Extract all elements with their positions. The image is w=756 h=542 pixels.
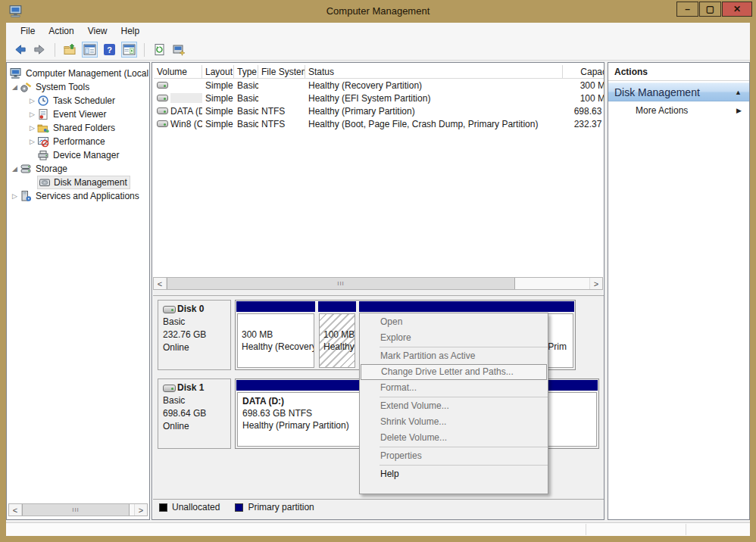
column-header-capacity[interactable]: Capacity bbox=[563, 65, 604, 78]
expand-collapse-icon[interactable]: ▷ bbox=[27, 97, 37, 104]
context-menu-item-open[interactable]: Open bbox=[360, 314, 548, 330]
disk-status: Online bbox=[163, 341, 230, 354]
volume-table-row[interactable]: DATA (D:) Simple Basic NTFS Healthy (Pri… bbox=[154, 104, 604, 117]
scrollbar-thumb[interactable]: III bbox=[22, 504, 130, 516]
partition-efi-selected[interactable]: 100 MB Healthy bbox=[317, 301, 357, 369]
scrollbar-thumb[interactable]: III bbox=[167, 278, 515, 289]
volume-status: Healthy (EFI System Partition) bbox=[305, 93, 563, 104]
storage-icon bbox=[20, 163, 32, 175]
context-menu-item-extend-volume[interactable]: Extend Volume... bbox=[360, 398, 548, 414]
expand-collapse-icon[interactable]: ◢ bbox=[10, 165, 20, 173]
tree-item-label: Disk Management bbox=[54, 177, 127, 188]
context-menu-item-help[interactable]: Help bbox=[360, 466, 548, 482]
partition-visible-text: Prim bbox=[548, 341, 567, 353]
expand-collapse-icon[interactable]: ▷ bbox=[27, 124, 37, 132]
disk-name: Disk 0 bbox=[177, 303, 204, 316]
tree-item-storage[interactable]: ◢ Storage bbox=[7, 162, 149, 176]
more-actions-item[interactable]: More Actions ▶ bbox=[608, 101, 749, 120]
expand-collapse-icon[interactable]: ▷ bbox=[10, 192, 20, 200]
refresh-icon[interactable] bbox=[152, 42, 167, 58]
disk-management-actions-group[interactable]: Disk Management ▲ bbox=[608, 83, 749, 101]
partition-recovery[interactable]: 300 MB Healthy (Recovery bbox=[236, 301, 316, 369]
title-bar[interactable]: Computer Management – ▢ ✕ bbox=[0, 0, 756, 23]
column-header-status[interactable]: Status bbox=[305, 65, 563, 78]
disk-size: 232.76 GB bbox=[163, 329, 230, 341]
collapse-arrow-icon[interactable]: ▲ bbox=[735, 89, 749, 96]
tree-item-label: Storage bbox=[36, 164, 67, 174]
help-icon[interactable]: ? bbox=[102, 42, 117, 58]
column-header-layout[interactable]: Layout bbox=[202, 65, 234, 78]
minimize-button[interactable]: – bbox=[676, 2, 698, 17]
expand-collapse-icon[interactable]: ◢ bbox=[10, 83, 20, 91]
disk1-label-panel[interactable]: Disk 1 Basic 698.64 GB Online bbox=[158, 378, 231, 449]
volume-capacity: 698.63 G bbox=[563, 106, 604, 117]
volume-table-row-selected[interactable]: Simple Basic Healthy (EFI System Partiti… bbox=[154, 92, 604, 104]
column-header-type[interactable]: Type bbox=[234, 65, 258, 78]
toolbar-separator bbox=[144, 43, 145, 57]
context-menu-item-format[interactable]: Format... bbox=[360, 380, 548, 396]
volume-capacity: 300 MB bbox=[563, 80, 604, 91]
maximize-icon: ▢ bbox=[706, 4, 714, 14]
scroll-right-icon[interactable]: > bbox=[589, 278, 602, 289]
device-manager-icon bbox=[37, 149, 49, 161]
tree-item-shared-folders[interactable]: ▷ Shared Folders bbox=[7, 121, 149, 135]
up-one-level-icon[interactable] bbox=[62, 42, 78, 58]
back-icon[interactable] bbox=[12, 42, 28, 58]
volume-status: Healthy (Recovery Partition) bbox=[305, 80, 563, 91]
volume-table-row[interactable]: Simple Basic Healthy (Recovery Partition… bbox=[154, 79, 604, 92]
tree-item-label: Device Manager bbox=[53, 150, 119, 160]
tree-item-performance[interactable]: ▷ Performance bbox=[7, 135, 149, 148]
volume-layout: Simple bbox=[202, 106, 234, 117]
volume-table-row[interactable]: Win8 (C:) Simple Basic NTFS Healthy (Boo… bbox=[154, 117, 604, 130]
tree-item-event-viewer[interactable]: ▷ Event Viewer bbox=[7, 107, 149, 121]
scroll-left-icon[interactable]: < bbox=[9, 504, 22, 516]
expand-collapse-icon[interactable]: ▷ bbox=[27, 138, 37, 145]
column-header-file-system[interactable]: File System bbox=[258, 65, 305, 78]
tree-item-label: Event Viewer bbox=[53, 109, 106, 120]
maximize-button[interactable]: ▢ bbox=[699, 2, 721, 17]
disk-name: Disk 1 bbox=[177, 382, 204, 394]
scroll-right-icon[interactable]: > bbox=[134, 504, 147, 516]
expand-collapse-icon[interactable]: ▷ bbox=[27, 111, 37, 118]
column-header-volume[interactable]: Volume bbox=[154, 65, 202, 78]
context-menu-item-delete-volume[interactable]: Delete Volume... bbox=[360, 430, 548, 446]
scroll-left-icon[interactable]: < bbox=[154, 278, 167, 289]
tree-item-label: Task Scheduler bbox=[53, 95, 115, 106]
context-menu-item-shrink-volume[interactable]: Shrink Volume... bbox=[360, 414, 548, 430]
tree-item-device-manager[interactable]: Device Manager bbox=[7, 148, 149, 162]
volume-list-horizontal-scrollbar[interactable]: < III > bbox=[153, 277, 603, 290]
tree-item-services-and-applications[interactable]: ▷ Services and Applications bbox=[7, 189, 149, 203]
context-menu-item-change-drive-letter-and-paths[interactable]: Change Drive Letter and Paths... bbox=[361, 364, 547, 380]
tree-item-computer-management[interactable]: Computer Management (Local bbox=[7, 67, 149, 80]
menu-action[interactable]: Action bbox=[42, 23, 80, 39]
unallocated-swatch bbox=[159, 503, 167, 512]
tree-item-task-scheduler[interactable]: ▷ Task Scheduler bbox=[7, 94, 149, 107]
volume-table-header: Volume Layout Type File System Status Ca… bbox=[154, 65, 604, 79]
show-hide-console-tree-icon[interactable] bbox=[82, 42, 98, 58]
tree-item-label: Performance bbox=[53, 136, 105, 147]
disk-management-console-icon[interactable] bbox=[171, 42, 187, 58]
context-menu-item-explore[interactable]: Explore bbox=[360, 330, 548, 346]
context-menu-item-mark-partition-as-active[interactable]: Mark Partition as Active bbox=[360, 348, 548, 364]
disk-icon bbox=[163, 306, 176, 313]
window-title: Computer Management bbox=[0, 5, 756, 17]
pane-splitter[interactable] bbox=[153, 290, 603, 295]
menu-file[interactable]: File bbox=[14, 23, 42, 39]
system-tools-icon bbox=[20, 81, 32, 93]
volume-icon bbox=[157, 120, 168, 127]
show-hide-action-pane-icon[interactable] bbox=[121, 42, 137, 58]
tree-horizontal-scrollbar[interactable]: < III > bbox=[8, 503, 148, 516]
partition-size: 100 MB bbox=[323, 329, 355, 341]
tree-item-system-tools[interactable]: ◢ System Tools bbox=[7, 80, 149, 94]
context-menu-separator bbox=[380, 347, 548, 347]
disk0-label-panel[interactable]: Disk 0 Basic 232.76 GB Online bbox=[158, 300, 231, 370]
menu-help[interactable]: Help bbox=[114, 23, 147, 39]
primary-partition-swatch bbox=[235, 503, 243, 512]
forward-icon[interactable] bbox=[32, 42, 48, 58]
context-menu-item-properties[interactable]: Properties bbox=[360, 448, 548, 464]
tree-item-disk-management[interactable]: Disk Management bbox=[7, 176, 149, 189]
close-button[interactable]: ✕ bbox=[722, 2, 752, 17]
actions-pane: Actions Disk Management ▲ More Actions ▶ bbox=[608, 62, 750, 520]
menu-view[interactable]: View bbox=[81, 23, 114, 39]
status-bar bbox=[6, 522, 750, 536]
